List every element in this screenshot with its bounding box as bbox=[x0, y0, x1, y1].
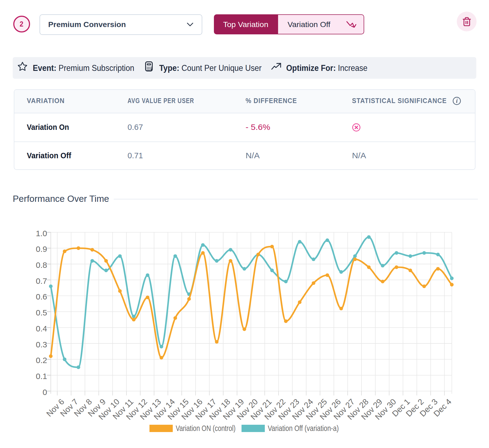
svg-text:0.5: 0.5 bbox=[36, 308, 47, 317]
svg-text:0.6: 0.6 bbox=[36, 292, 47, 301]
svg-text:1.0: 1.0 bbox=[36, 229, 47, 238]
svg-text:0: 0 bbox=[43, 388, 47, 397]
svg-text:0.8: 0.8 bbox=[36, 261, 47, 269]
svg-text:0.3: 0.3 bbox=[36, 340, 47, 349]
svg-text:0.7: 0.7 bbox=[36, 276, 47, 285]
svg-text:0.9: 0.9 bbox=[36, 245, 47, 253]
svg-text:0.1: 0.1 bbox=[36, 372, 47, 381]
svg-text:0.2: 0.2 bbox=[36, 356, 47, 365]
svg-text:0.4: 0.4 bbox=[36, 324, 47, 333]
